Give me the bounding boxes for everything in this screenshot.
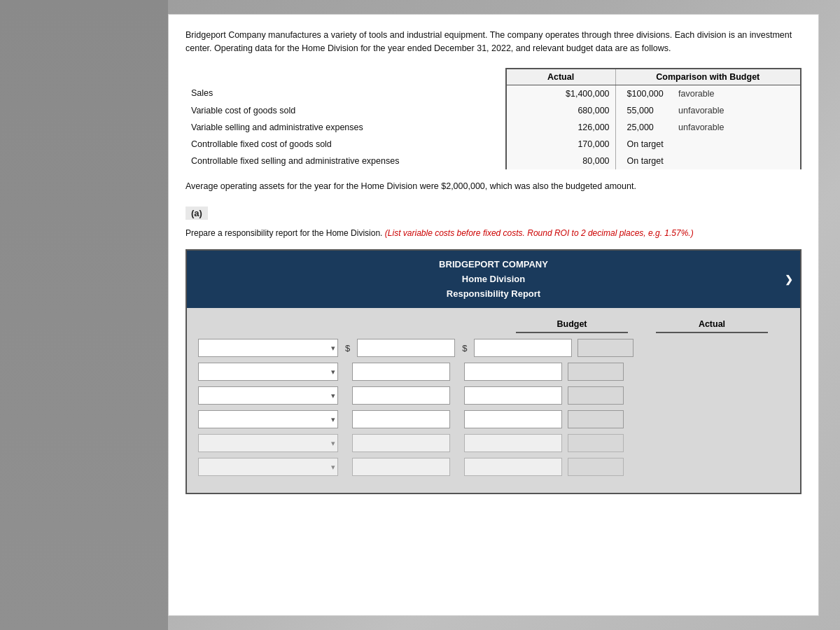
row-2-label-select[interactable] <box>198 363 338 381</box>
row-comparison-2: 55,000 unfavorable <box>615 102 801 119</box>
row-3-label-select[interactable] <box>198 386 338 405</box>
row-label-3: Variable selling and administrative expe… <box>186 119 506 136</box>
row-3-budget-input[interactable] <box>352 386 450 405</box>
row-5-diff-input[interactable] <box>568 434 624 452</box>
row-4-select[interactable] <box>198 410 338 428</box>
row-comparison-4: On target <box>615 136 801 153</box>
col-actual-header: Actual <box>506 69 616 85</box>
part-label: (a) <box>186 206 208 220</box>
row-actual-2: 680,000 <box>506 102 616 119</box>
row-5-actual-input[interactable] <box>464 434 562 452</box>
report-title-line1: BRIDGEPORT COMPANY <box>198 258 789 272</box>
row-comparison-5: On target <box>615 153 801 169</box>
report-row-2 <box>198 363 789 381</box>
row-3-actual-input[interactable] <box>464 386 562 405</box>
content-area: Bridgeport Company manufactures a variet… <box>168 14 819 616</box>
row-2-diff-input[interactable] <box>568 363 624 381</box>
report-row-1: $ $ <box>198 339 789 357</box>
intro-paragraph: Bridgeport Company manufactures a variet… <box>186 29 802 55</box>
report-row-5 <box>198 434 789 452</box>
row-3-select[interactable] <box>198 386 338 405</box>
row-1-diff-input[interactable] <box>578 339 634 357</box>
col-header-actual: Actual <box>656 319 768 333</box>
row-label-1: Sales <box>186 85 506 102</box>
row-1-label-select[interactable] <box>198 339 338 357</box>
report-container: BRIDGEPORT COMPANY Home Division Respons… <box>186 249 802 494</box>
row-6-select[interactable] <box>198 458 338 476</box>
row-5-label-select[interactable] <box>198 434 338 452</box>
col-label-header <box>186 69 506 85</box>
col-comparison-header: Comparison with Budget <box>615 69 801 85</box>
row-actual-4: 170,000 <box>506 136 616 153</box>
row-comparison-1: $100,000 favorable <box>615 85 801 102</box>
row-2-actual-input[interactable] <box>464 363 562 381</box>
row-1-actual-input[interactable] <box>474 339 572 357</box>
report-row-4 <box>198 410 789 428</box>
row-label-4: Controllable fixed cost of goods sold <box>186 136 506 153</box>
row-1-select[interactable] <box>198 339 338 357</box>
row-label-2: Variable cost of goods sold <box>186 102 506 119</box>
instruction-main: Prepare a responsibility report for the … <box>186 228 382 238</box>
report-chevron-icon[interactable]: ❯ <box>785 272 793 287</box>
row-6-label-select[interactable] <box>198 458 338 476</box>
row-actual-3: 126,000 <box>506 119 616 136</box>
row-actual-5: 80,000 <box>506 153 616 169</box>
row-4-budget-input[interactable] <box>352 410 450 428</box>
row-4-diff-input[interactable] <box>568 410 624 428</box>
row-6-budget-input[interactable] <box>352 458 450 476</box>
row-6-diff-input[interactable] <box>568 458 624 476</box>
avg-assets-text: Average operating assets for the year fo… <box>186 181 802 193</box>
row-5-budget-input[interactable] <box>352 434 450 452</box>
table-row-4: Controllable fixed cost of goods sold170… <box>186 136 801 153</box>
report-body: Budget Actual $ $ <box>187 308 800 493</box>
report-row-6 <box>198 458 789 476</box>
instruction-text: Prepare a responsibility report for the … <box>186 227 802 239</box>
table-row-3: Variable selling and administrative expe… <box>186 119 801 136</box>
left-sidebar <box>0 0 168 630</box>
table-row-5: Controllable fixed selling and administr… <box>186 153 801 169</box>
data-table: Actual Comparison with Budget Sales$1,40… <box>186 68 802 169</box>
report-title-line3: Responsibility Report <box>198 287 789 302</box>
table-row-1: Sales$1,400,000$100,000 favorable <box>186 85 801 102</box>
report-column-headers: Budget Actual <box>198 319 789 333</box>
row-1-budget-input[interactable] <box>357 339 455 357</box>
row-2-select[interactable] <box>198 363 338 381</box>
row-comparison-3: 25,000 unfavorable <box>615 119 801 136</box>
table-row-2: Variable cost of goods sold680,00055,000… <box>186 102 801 119</box>
report-title-line2: Home Division <box>198 272 789 287</box>
row-4-label-select[interactable] <box>198 410 338 428</box>
report-row-3 <box>198 386 789 405</box>
row-1-dollar-actual: $ <box>462 343 467 354</box>
row-4-actual-input[interactable] <box>464 410 562 428</box>
row-3-diff-input[interactable] <box>568 386 624 405</box>
row-2-budget-input[interactable] <box>352 363 450 381</box>
report-header: BRIDGEPORT COMPANY Home Division Respons… <box>187 251 800 308</box>
row-5-select[interactable] <box>198 434 338 452</box>
row-6-actual-input[interactable] <box>464 458 562 476</box>
instruction-note: (List variable costs before fixed costs.… <box>385 228 694 238</box>
row-1-dollar-budget: $ <box>345 343 350 354</box>
row-label-5: Controllable fixed selling and administr… <box>186 153 506 169</box>
row-actual-1: $1,400,000 <box>506 85 616 102</box>
col-header-budget: Budget <box>516 319 628 333</box>
